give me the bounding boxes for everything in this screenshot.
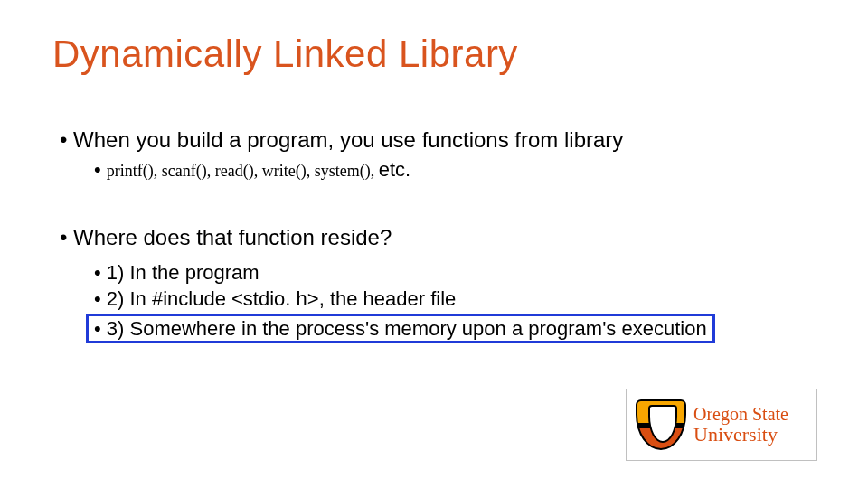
answer-3-text: 3) Somewhere in the process's memory upo… [86,314,715,344]
etc-text: etc. [379,158,410,181]
osu-wordmark-line1: Oregon State [693,405,788,423]
bullet-build-program: When you build a program, you use functi… [60,127,814,154]
osu-crest-icon [636,399,686,450]
slide-title: Dynamically Linked Library [52,33,518,76]
answer-3-highlighted: 3) Somewhere in the process's memory upo… [94,314,814,344]
bullet-where-question: Where does that function reside? [60,224,814,251]
slide-body: When you build a program, you use functi… [60,127,814,345]
answer-2: 2) In #include <stdio. h>, the header fi… [94,286,814,312]
osu-wordmark-line2: University [693,425,788,445]
answer-1: 1) In the program [94,260,814,286]
mono-functions: printf(), scanf(), read(), write(), syst… [107,162,379,180]
osu-wordmark: Oregon State University [693,405,788,445]
osu-logo: Oregon State University [626,389,817,461]
bullet-functions-list: printf(), scanf(), read(), write(), syst… [94,157,814,183]
